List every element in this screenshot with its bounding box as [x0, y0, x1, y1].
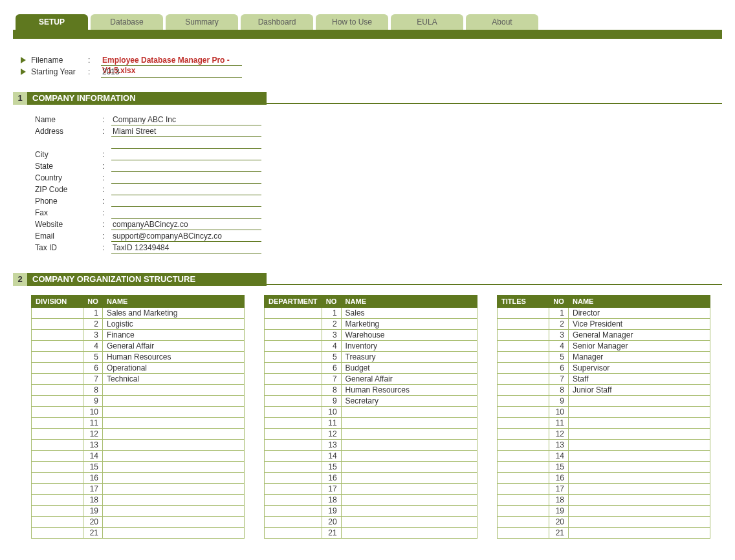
cell-name[interactable]	[569, 418, 710, 429]
cell-category[interactable]	[265, 374, 322, 385]
cell-name[interactable]	[341, 473, 477, 484]
cell-name[interactable]: General Manager	[569, 330, 710, 341]
cell-category[interactable]	[32, 473, 83, 484]
tab-setup[interactable]: SETUP	[16, 14, 88, 30]
cell-category[interactable]	[498, 319, 549, 330]
cell-name[interactable]: Budget	[341, 363, 477, 374]
cell-category[interactable]	[32, 319, 83, 330]
cell-name[interactable]	[569, 462, 710, 473]
cell-category[interactable]	[265, 495, 322, 506]
cell-category[interactable]	[498, 396, 549, 407]
cell-category[interactable]	[32, 407, 83, 418]
cell-category[interactable]	[265, 363, 322, 374]
cell-category[interactable]	[32, 308, 83, 319]
cell-category[interactable]	[32, 506, 83, 517]
cell-category[interactable]	[32, 440, 83, 451]
cell-name[interactable]: Human Resources	[103, 352, 245, 363]
cell-name[interactable]	[341, 418, 477, 429]
cell-category[interactable]	[265, 528, 322, 539]
cell-name[interactable]: Warehouse	[341, 330, 477, 341]
cell-name[interactable]	[103, 517, 245, 528]
cell-category[interactable]	[498, 341, 549, 352]
tab-eula[interactable]: EULA	[391, 14, 463, 30]
cell-name[interactable]	[341, 429, 477, 440]
form-input[interactable]	[111, 138, 261, 149]
form-input[interactable]	[111, 184, 261, 195]
cell-name[interactable]	[341, 407, 477, 418]
cell-name[interactable]	[103, 462, 245, 473]
tab-about[interactable]: About	[466, 14, 538, 30]
cell-name[interactable]: Inventory	[341, 341, 477, 352]
cell-category[interactable]	[498, 418, 549, 429]
filename-value[interactable]: Employee Database Manager Pro - V1.5.xls…	[101, 55, 242, 66]
cell-category[interactable]	[498, 528, 549, 539]
cell-category[interactable]	[265, 319, 322, 330]
cell-category[interactable]	[32, 341, 83, 352]
cell-name[interactable]	[103, 528, 245, 539]
cell-name[interactable]	[569, 396, 710, 407]
form-input[interactable]	[111, 149, 261, 160]
cell-category[interactable]	[498, 385, 549, 396]
cell-category[interactable]	[32, 330, 83, 341]
cell-name[interactable]: General Affair	[103, 341, 245, 352]
form-input[interactable]	[111, 161, 261, 172]
cell-name[interactable]	[103, 440, 245, 451]
cell-name[interactable]	[341, 517, 477, 528]
cell-category[interactable]	[32, 429, 83, 440]
cell-category[interactable]	[498, 506, 549, 517]
cell-name[interactable]	[103, 451, 245, 462]
form-input[interactable]: Miami Street	[111, 126, 261, 137]
cell-category[interactable]	[265, 473, 322, 484]
cell-name[interactable]	[103, 484, 245, 495]
cell-category[interactable]	[498, 462, 549, 473]
cell-name[interactable]: Treasury	[341, 352, 477, 363]
cell-category[interactable]	[265, 462, 322, 473]
cell-category[interactable]	[32, 374, 83, 385]
cell-name[interactable]	[103, 385, 245, 396]
cell-category[interactable]	[498, 495, 549, 506]
cell-name[interactable]	[103, 396, 245, 407]
cell-category[interactable]	[265, 484, 322, 495]
form-input[interactable]	[111, 173, 261, 184]
cell-category[interactable]	[265, 407, 322, 418]
cell-name[interactable]: Logistic	[103, 319, 245, 330]
cell-name[interactable]	[569, 506, 710, 517]
cell-name[interactable]: Operational	[103, 363, 245, 374]
cell-category[interactable]	[265, 451, 322, 462]
cell-name[interactable]: Human Resources	[341, 385, 477, 396]
cell-category[interactable]	[265, 308, 322, 319]
cell-name[interactable]: Senior Manager	[569, 341, 710, 352]
cell-name[interactable]	[569, 429, 710, 440]
cell-name[interactable]	[103, 429, 245, 440]
starting-year-value[interactable]: 2013	[101, 67, 242, 78]
cell-category[interactable]	[265, 517, 322, 528]
cell-category[interactable]	[498, 484, 549, 495]
cell-name[interactable]	[103, 506, 245, 517]
cell-name[interactable]	[569, 517, 710, 528]
cell-category[interactable]	[498, 407, 549, 418]
cell-category[interactable]	[32, 363, 83, 374]
cell-category[interactable]	[265, 506, 322, 517]
cell-category[interactable]	[498, 374, 549, 385]
cell-name[interactable]	[569, 407, 710, 418]
tab-how-to-use[interactable]: How to Use	[316, 14, 388, 30]
cell-name[interactable]: Manager	[569, 352, 710, 363]
cell-name[interactable]	[569, 528, 710, 539]
form-input[interactable]: companyABCincyz.co	[111, 219, 261, 230]
cell-name[interactable]: General Affair	[341, 374, 477, 385]
cell-name[interactable]: Vice President	[569, 319, 710, 330]
cell-category[interactable]	[265, 396, 322, 407]
form-input[interactable]	[111, 208, 261, 219]
cell-category[interactable]	[498, 352, 549, 363]
cell-name[interactable]	[569, 473, 710, 484]
cell-category[interactable]	[265, 341, 322, 352]
cell-name[interactable]	[103, 418, 245, 429]
form-input[interactable]: support@companyABCincyz.co	[111, 231, 261, 242]
cell-category[interactable]	[498, 330, 549, 341]
cell-name[interactable]: Secretary	[341, 396, 477, 407]
cell-category[interactable]	[265, 330, 322, 341]
cell-category[interactable]	[265, 440, 322, 451]
cell-category[interactable]	[498, 451, 549, 462]
tab-dashboard[interactable]: Dashboard	[241, 14, 313, 30]
cell-name[interactable]	[341, 528, 477, 539]
